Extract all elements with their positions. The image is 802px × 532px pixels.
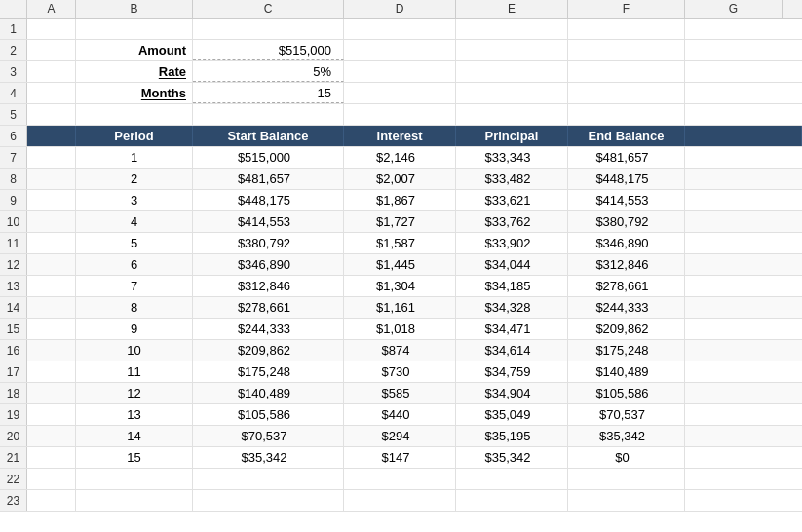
interest-8: $1,161 xyxy=(344,297,456,318)
end-balance-14: $35,342 xyxy=(568,426,685,446)
table-header-row: 6 Period Start Balance Interest Principa… xyxy=(0,126,802,147)
cell-9a xyxy=(27,190,76,210)
row-5: 5 xyxy=(0,104,802,126)
row-num-3: 3 xyxy=(0,61,27,82)
cell-8a xyxy=(27,169,76,189)
period-9: 9 xyxy=(76,319,193,339)
start-balance-1: $515,000 xyxy=(193,147,344,168)
row-4: 4 Months 15 xyxy=(0,83,802,104)
cell-17a xyxy=(27,361,76,382)
table-row-1: 7 1 $515,000 $2,146 $33,343 $481,657 xyxy=(0,147,802,169)
cell-1f xyxy=(568,19,685,39)
th-start-balance: Start Balance xyxy=(193,126,344,146)
table-row-5: 11 5 $380,792 $1,587 $33,902 $346,890 xyxy=(0,233,802,254)
period-1: 1 xyxy=(76,147,193,168)
table-row-9: 15 9 $244,333 $1,018 $34,471 $209,862 xyxy=(0,319,802,340)
cell-4e xyxy=(456,83,568,103)
data-rows: 7 1 $515,000 $2,146 $33,343 $481,657 8 2… xyxy=(0,147,802,469)
row-num-6: 6 xyxy=(0,126,27,146)
period-15: 15 xyxy=(76,447,193,468)
principal-6: $34,044 xyxy=(456,254,568,275)
cell-3f xyxy=(568,61,685,82)
th-principal: Principal xyxy=(456,126,568,146)
cell-14g xyxy=(685,297,802,318)
end-balance-7: $278,661 xyxy=(568,276,685,296)
row-num-header xyxy=(0,0,27,18)
months-label: Months xyxy=(76,83,193,103)
principal-10: $34,614 xyxy=(456,340,568,361)
period-14: 14 xyxy=(76,426,193,446)
col-header-b: B xyxy=(76,0,193,18)
cell-3g xyxy=(685,61,802,82)
start-balance-14: $70,537 xyxy=(193,426,344,446)
cell-2e xyxy=(456,40,568,60)
col-header-f: F xyxy=(568,0,685,18)
table-row-7: 13 7 $312,846 $1,304 $34,185 $278,661 xyxy=(0,276,802,297)
period-3: 3 xyxy=(76,190,193,210)
cell-3e xyxy=(456,61,568,82)
principal-12: $34,904 xyxy=(456,383,568,403)
cell-9g xyxy=(685,190,802,210)
row-num-8: 8 xyxy=(0,169,27,189)
start-balance-3: $448,175 xyxy=(193,190,344,210)
months-value[interactable]: 15 xyxy=(193,83,344,103)
rate-value[interactable]: 5% xyxy=(193,61,344,82)
interest-9: $1,018 xyxy=(344,319,456,339)
amount-value[interactable]: $515,000 xyxy=(193,40,344,60)
cell-2d xyxy=(344,40,456,60)
cell-20g xyxy=(685,426,802,446)
interest-14: $294 xyxy=(344,426,456,446)
row-num-10: 10 xyxy=(0,211,27,232)
rows-container: 1 2 Amount $515,000 3 Rate 5% xyxy=(0,19,802,532)
principal-9: $34,471 xyxy=(456,319,568,339)
cell-17g xyxy=(685,361,802,382)
end-balance-13: $70,537 xyxy=(568,404,685,425)
table-row-10: 16 10 $209,862 $874 $34,614 $175,248 xyxy=(0,340,802,361)
period-10: 10 xyxy=(76,340,193,361)
cell-16a xyxy=(27,340,76,361)
row-2: 2 Amount $515,000 xyxy=(0,40,802,61)
cell-12g xyxy=(685,254,802,275)
row-num-14: 14 xyxy=(0,297,27,318)
start-balance-8: $278,661 xyxy=(193,297,344,318)
start-balance-7: $312,846 xyxy=(193,276,344,296)
row-num-11: 11 xyxy=(0,233,27,253)
row-num-4: 4 xyxy=(0,83,27,103)
end-balance-12: $105,586 xyxy=(568,383,685,403)
start-balance-12: $140,489 xyxy=(193,383,344,403)
row-3: 3 Rate 5% xyxy=(0,61,802,83)
principal-15: $35,342 xyxy=(456,447,568,468)
rate-label: Rate xyxy=(76,61,193,82)
period-11: 11 xyxy=(76,361,193,382)
cell-11a xyxy=(27,233,76,253)
cell-18a xyxy=(27,383,76,403)
cell-16g xyxy=(685,340,802,361)
row-num-5: 5 xyxy=(0,104,27,125)
row-num-9: 9 xyxy=(0,190,27,210)
period-8: 8 xyxy=(76,297,193,318)
principal-7: $34,185 xyxy=(456,276,568,296)
period-12: 12 xyxy=(76,383,193,403)
interest-2: $2,007 xyxy=(344,169,456,189)
cell-19g xyxy=(685,404,802,425)
cell-6a xyxy=(27,126,76,146)
period-7: 7 xyxy=(76,276,193,296)
row-num-7: 7 xyxy=(0,147,27,168)
table-row-12: 18 12 $140,489 $585 $34,904 $105,586 xyxy=(0,383,802,404)
col-header-c: C xyxy=(193,0,344,18)
start-balance-5: $380,792 xyxy=(193,233,344,253)
cell-7g xyxy=(685,147,802,168)
row-num-1: 1 xyxy=(0,19,27,39)
table-row-15: 21 15 $35,342 $147 $35,342 $0 xyxy=(0,447,802,469)
end-balance-6: $312,846 xyxy=(568,254,685,275)
table-row-6: 12 6 $346,890 $1,445 $34,044 $312,846 xyxy=(0,254,802,276)
cell-20a xyxy=(27,426,76,446)
cell-19a xyxy=(27,404,76,425)
cell-5b xyxy=(76,104,193,125)
cell-4a xyxy=(27,83,76,103)
col-header-a: A xyxy=(27,0,76,18)
table-row-2: 8 2 $481,657 $2,007 $33,482 $448,175 xyxy=(0,169,802,190)
end-balance-4: $380,792 xyxy=(568,211,685,232)
cell-2f xyxy=(568,40,685,60)
cell-5d xyxy=(344,104,456,125)
